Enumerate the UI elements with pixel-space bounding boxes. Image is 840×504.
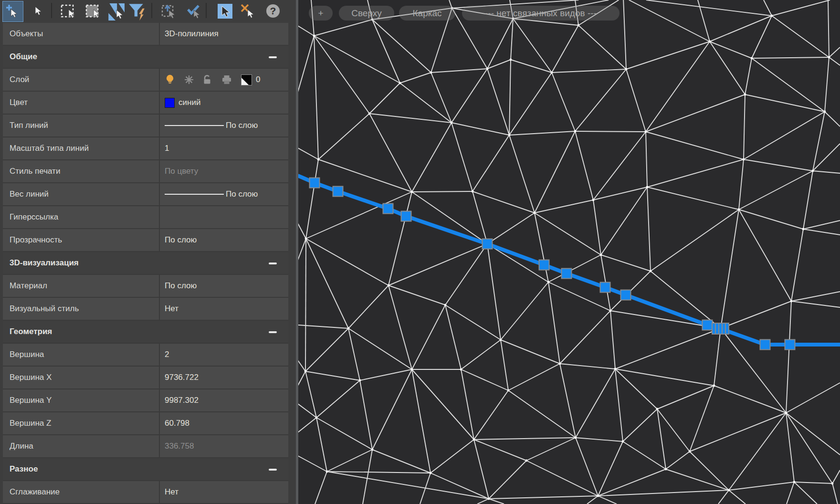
mesh-edge [578,25,626,69]
collapse-section-icon[interactable] [269,469,277,471]
select-crossing-icon[interactable] [83,1,104,22]
property-value[interactable]: По слою [159,229,288,251]
property-value[interactable]: 1 [159,137,288,159]
polyline-grip[interactable] [383,204,393,214]
layer-on-bulb-icon[interactable] [165,74,175,85]
mesh-edge [412,192,487,244]
mesh-edge [575,131,593,200]
mesh-edge [803,220,840,229]
mesh-edge [729,490,746,504]
property-value[interactable]: По слою [159,275,288,297]
viewport-menu-button[interactable]: + [309,6,333,21]
mesh-edge [825,57,829,112]
property-value[interactable]: 3D-полилиния [159,23,288,45]
mesh-edge [744,112,825,159]
polyline-grip[interactable] [539,260,549,270]
select-filter-icon[interactable] [126,1,147,22]
help-icon[interactable]: ? [263,1,284,22]
collapse-section-icon[interactable] [269,56,277,58]
mesh-edge [314,36,400,83]
value-text: Нет [165,487,178,497]
mesh-edge [360,380,372,450]
layer-freeze-icon[interactable] [184,74,194,85]
mesh-edge [739,159,744,210]
property-row: Вершина X9736.722 [3,367,288,389]
polyline-grip-cluster[interactable] [725,323,729,334]
property-value[interactable]: 336.758 [159,435,288,457]
polyline-grip[interactable] [703,320,713,330]
select-apply-icon[interactable] [183,1,204,22]
mesh-edge [698,0,710,42]
color-swatch[interactable] [165,98,175,108]
mesh-vertex [547,281,550,284]
mesh-vertex [738,209,740,211]
property-value[interactable]: 2 [159,344,288,366]
select-clear-icon[interactable] [238,1,259,22]
mesh-vertex [802,228,805,231]
collapse-section-icon[interactable] [269,262,277,264]
polyline-grip[interactable] [760,340,770,350]
property-label: Тип линий [3,121,159,130]
collapse-section-icon[interactable] [269,331,277,333]
polyline-grip[interactable] [401,211,411,221]
mesh-vertex [559,363,561,365]
select-crossing-icon-shape [85,3,102,20]
visual-style-button[interactable]: Каркас [399,6,455,21]
linked-views-button[interactable]: --- нет связанных видов --- [462,6,620,21]
select-box-up-icon[interactable] [158,1,179,22]
property-value[interactable]: Нет [159,481,288,503]
layer-color-swatch[interactable] [241,74,252,85]
drawing-viewport[interactable]: +СверхуКаркас--- нет связанных видов --- [298,0,840,504]
property-value[interactable] [159,206,288,228]
property-value[interactable]: 0 [159,69,288,91]
mesh-edge [474,440,489,499]
layer-lock-icon[interactable] [203,74,212,85]
mesh-edge [509,135,535,213]
cursor-icon[interactable] [29,1,50,22]
polyline-grip[interactable] [562,269,572,279]
property-value[interactable]: 60.798 [159,412,288,434]
mesh-vertex [305,238,307,240]
mesh-edge [526,461,598,496]
mesh-vertex [430,472,432,474]
property-row: Цветсиний [3,92,288,115]
polyline-grip[interactable] [483,239,493,249]
property-row: Вес линийПо слою [3,183,288,206]
layer-print-icon[interactable] [221,74,232,85]
property-value[interactable]: По цвету [159,160,288,182]
polyline-grip[interactable] [621,290,631,300]
select-highlight-icon-shape [217,3,234,20]
polyline-grip[interactable] [333,187,343,197]
polyline-grip[interactable] [600,283,610,293]
mesh-edge [316,380,360,418]
select-add-cursor-icon[interactable] [2,1,23,22]
polyline-grip-cluster[interactable] [719,323,722,334]
mesh-edge [306,159,318,239]
property-value[interactable]: 9987.302 [159,389,288,411]
mesh-vertex [728,489,730,492]
property-value[interactable]: 9736.722 [159,367,288,388]
polyline-grip[interactable] [310,178,320,188]
view-direction-button[interactable]: Сверху [339,6,394,21]
mesh-edge [646,132,647,187]
polyline-grip-cluster[interactable] [722,323,725,334]
mesh-edge [474,440,526,461]
polyline-grip[interactable] [785,340,795,350]
polyline-grip-cluster[interactable] [715,323,719,334]
polyline-grip-cluster[interactable] [712,323,715,334]
help-icon-shape-shape: ? [270,5,276,16]
mesh-edge [509,131,575,135]
select-window-icon[interactable] [58,1,79,22]
property-value[interactable]: Нет [159,298,288,320]
value-text: По слою [165,235,197,245]
property-value[interactable]: По слою [159,115,288,136]
property-value[interactable]: синий [159,92,288,114]
mesh-edge [813,171,840,173]
select-invert-icon[interactable] [105,1,126,22]
mesh-edge [298,418,316,432]
select-highlight-icon[interactable] [215,1,236,22]
selected-3d-polyline[interactable] [298,176,840,345]
property-value[interactable]: По слою [159,183,288,205]
mesh-edge [646,94,745,132]
cursor-icon-shape-shape-shape [35,7,42,15]
